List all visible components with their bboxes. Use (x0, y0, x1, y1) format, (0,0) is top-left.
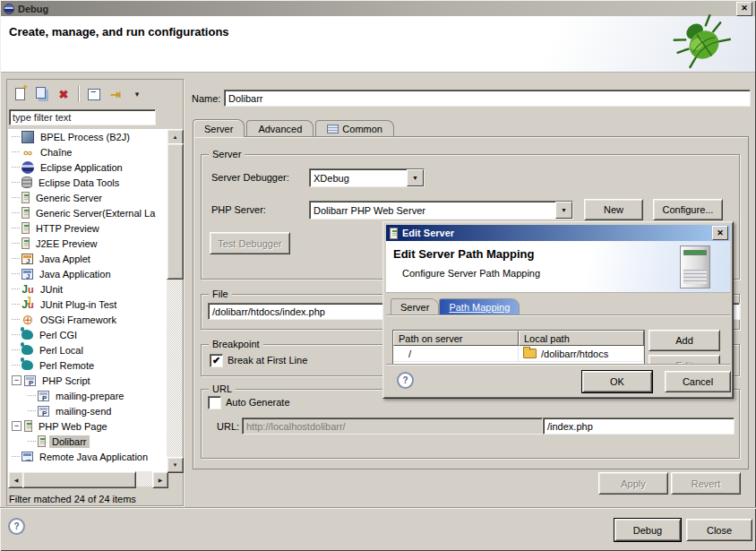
tree-line (28, 441, 36, 442)
tree-item-mailing-send[interactable]: mailing-send (8, 403, 167, 418)
tree-item-dolibarr[interactable]: Dolibarr (8, 434, 167, 449)
column-header-path-on-server[interactable]: Path on server (393, 331, 519, 346)
collapse-expander-icon[interactable]: − (12, 375, 21, 385)
tree-item-junit-plug-in-test[interactable]: JUnit Plug-in Test (8, 297, 167, 312)
filter-icon[interactable] (107, 85, 125, 103)
tree-line (12, 136, 20, 137)
help-icon[interactable]: ? (8, 518, 25, 535)
php-server-label: PHP Server: (211, 204, 266, 215)
filter-input[interactable] (9, 109, 156, 125)
apply-button[interactable]: Apply (598, 472, 668, 495)
help-icon[interactable]: ? (397, 372, 414, 389)
server-icon (21, 237, 30, 249)
filter-menu-icon[interactable] (128, 85, 146, 103)
tree-item-j2ee-preview[interactable]: J2EE Preview (8, 236, 167, 251)
junitplugin-icon (21, 298, 34, 311)
tree-item-cha-ne[interactable]: Chaîne (8, 144, 167, 159)
tree-item-junit[interactable]: JUnit (8, 281, 167, 297)
tree-item-php-script[interactable]: −PHP Script (8, 373, 167, 388)
tree-line (12, 151, 20, 152)
tree-item-label: JUnit (38, 283, 65, 296)
new-configuration-icon[interactable] (12, 85, 30, 103)
collapse-all-icon[interactable] (85, 85, 103, 103)
break-at-first-line-label: Break at First Line (228, 355, 307, 366)
configurations-tree: BPEL Process (B2J)ChaîneEclipse Applicat… (8, 129, 167, 471)
tree-item-php-web-page[interactable]: −PHP Web Page (8, 418, 167, 434)
tab-server[interactable]: Server (391, 298, 439, 314)
tab-path-mapping[interactable]: Path Mapping (439, 298, 520, 314)
table-row[interactable]: //dolibarr/htdocs (393, 346, 644, 362)
tree-item-label: Perl CGI (37, 329, 80, 341)
tree-item-java-applet[interactable]: Java Applet (8, 251, 167, 266)
duplicate-icon[interactable] (33, 85, 51, 103)
tree-item-remote-java-application[interactable]: Remote Java Application (8, 449, 167, 464)
chevron-down-icon[interactable]: ▼ (555, 202, 572, 219)
revert-button[interactable]: Revert (671, 472, 741, 495)
name-input[interactable]: Dolibarr (224, 90, 751, 107)
php-server-select[interactable]: Dolibarr PHP Web Server ▼ (309, 201, 573, 220)
cancel-button[interactable]: Cancel (665, 371, 731, 392)
chevron-down-icon[interactable]: ▼ (407, 169, 424, 186)
horizontal-scroll-thumb[interactable] (22, 471, 136, 488)
tree-item-bpel-process-b2j[interactable]: BPEL Process (B2J) (8, 129, 167, 144)
tab-common[interactable]: Common (315, 120, 394, 137)
server-icon (390, 228, 398, 239)
debug-configurations-window: Debug ✕ Create, manage, and run configur… (0, 0, 756, 551)
vertical-scroll-thumb[interactable] (167, 143, 184, 280)
applet-icon (21, 254, 33, 264)
url-path-input[interactable]: /index.php (543, 418, 735, 435)
tab-label: Server (204, 124, 233, 134)
tree-item-generic-server[interactable]: Generic Server (8, 190, 167, 205)
tab-advanced[interactable]: Advanced (246, 120, 314, 137)
collapse-expander-icon[interactable]: − (12, 421, 21, 431)
tree-line (12, 319, 20, 320)
auto-generate-checkbox[interactable] (208, 396, 221, 409)
close-button[interactable]: Close (686, 519, 752, 541)
tab-separator (386, 314, 730, 315)
tree-item-http-preview[interactable]: HTTP Preview (8, 220, 167, 236)
tree-line (12, 334, 20, 335)
ok-button[interactable]: OK (582, 371, 652, 392)
path-on-server-cell: / (393, 346, 519, 361)
tab-server[interactable]: Server (193, 119, 245, 137)
scroll-right-button[interactable]: ▶ (152, 471, 168, 488)
edit-server-close-button[interactable]: ✕ (712, 226, 728, 240)
tree-item-eclipse-data-tools[interactable]: Eclipse Data Tools (8, 175, 167, 190)
tree-item-label: PHP Script (39, 375, 93, 387)
edit-server-banner: Edit Server Path Mapping Configure Serve… (386, 241, 730, 293)
tree-item-perl-local[interactable]: Perl Local (8, 342, 167, 357)
new-server-button[interactable]: New (584, 199, 643, 220)
toolbar-separator (78, 86, 80, 102)
junit-icon (21, 283, 34, 296)
delete-icon[interactable] (55, 85, 73, 103)
tree-item-perl-remote[interactable]: Perl Remote (8, 357, 167, 373)
edit-server-titlebar[interactable]: Edit Server ✕ (386, 225, 730, 241)
tree-item-mailing-prepare[interactable]: mailing-prepare (8, 388, 167, 403)
configure-server-button[interactable]: Configure... (653, 199, 723, 220)
test-debugger-button[interactable]: Test Debugger (210, 232, 290, 254)
window-titlebar[interactable]: Debug ✕ (1, 1, 755, 16)
scroll-down-button[interactable]: ▼ (167, 457, 184, 473)
tree-item-osgi-framework[interactable]: OSGi Framework (8, 312, 167, 327)
server-group-legend: Server (209, 149, 245, 159)
phpscript-icon (38, 391, 49, 401)
header-banner: Create, manage, and run configurations (1, 16, 755, 73)
add-mapping-button[interactable]: Add (649, 330, 720, 351)
server-tower-icon (680, 245, 710, 288)
tree-item-eclipse-application[interactable]: Eclipse Application (8, 159, 167, 175)
configurations-sidebar: BPEL Process (B2J)ChaîneEclipse Applicat… (6, 79, 184, 506)
tree-line (12, 288, 20, 289)
tree-item-label: Java Applet (37, 253, 93, 265)
tree-item-java-application[interactable]: Java Application (8, 266, 167, 281)
tree-item-label: Generic Server (33, 192, 105, 204)
break-at-first-line-checkbox[interactable]: ✔ (210, 354, 223, 367)
server-debugger-select[interactable]: XDebug ▼ (309, 168, 425, 187)
debug-button[interactable]: Debug (614, 519, 681, 541)
column-header-local-path[interactable]: Local path (519, 331, 644, 346)
file-group-legend: File (209, 288, 232, 299)
javaapp-icon (21, 269, 33, 280)
tab-label: Path Mapping (449, 302, 510, 313)
tree-item-perl-cgi[interactable]: Perl CGI (8, 327, 167, 342)
tree-item-label: Generic Server(External La (33, 207, 158, 220)
tree-item-generic-server-external-la[interactable]: Generic Server(External La (8, 205, 167, 220)
